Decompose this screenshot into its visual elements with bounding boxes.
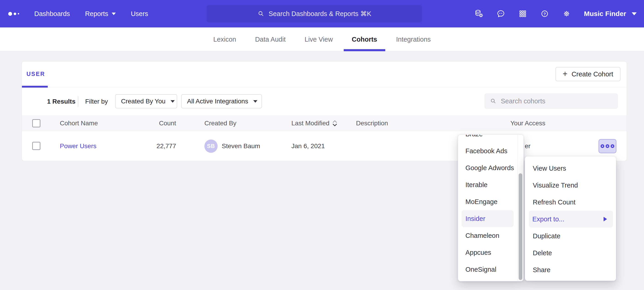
nav-dashboards-label: Dashboards	[34, 10, 70, 18]
menu-item-refresh-count[interactable]: Refresh Count	[525, 194, 616, 211]
submenu-item-iterable[interactable]: Iterable	[458, 176, 524, 193]
chevron-down-icon	[112, 13, 116, 15]
tab-live-view[interactable]: Live View	[305, 28, 333, 51]
row-actions-button[interactable]	[598, 139, 616, 153]
submenu-scrollbar-thumb[interactable]	[519, 173, 522, 280]
dot-icon	[606, 144, 609, 148]
created-by-name: Steven Baum	[222, 131, 260, 161]
plus-icon: +	[563, 70, 568, 78]
column-header-created-by[interactable]: Created By	[204, 115, 236, 131]
menu-item-delete[interactable]: Delete	[525, 244, 616, 261]
feedback-icon[interactable]	[496, 9, 506, 18]
svg-text:?: ?	[544, 12, 546, 16]
row-checkbox[interactable]	[32, 142, 40, 150]
tab-lexicon[interactable]: Lexicon	[213, 28, 236, 51]
logo-dot-medium	[14, 13, 16, 15]
filter-by-label: Filter by	[85, 88, 108, 115]
dot-icon	[600, 144, 604, 148]
primary-nav-links: Dashboards Reports Users	[34, 0, 148, 28]
export-to-submenu: BrazeFacebook AdsGoogle AdwordsIterableM…	[458, 134, 524, 281]
menu-item-duplicate[interactable]: Duplicate	[525, 228, 616, 244]
column-header-description[interactable]: Description	[356, 115, 388, 131]
apps-grid-icon[interactable]	[518, 9, 527, 18]
project-switcher[interactable]: Music Finder	[584, 10, 637, 18]
search-icon	[490, 98, 497, 104]
submenu-item-braze[interactable]: Braze	[458, 134, 524, 142]
sort-icon	[332, 120, 338, 127]
cohort-search-placeholder: Search cohorts	[501, 97, 545, 105]
column-header-your-access[interactable]: Your Access	[510, 115, 545, 131]
chevron-down-icon	[632, 12, 637, 15]
mixpanel-logo-dots[interactable]	[8, 0, 19, 28]
integrations-filter-dropdown[interactable]: All Active Integrations	[181, 94, 262, 108]
global-search-input[interactable]: Search Dashboards & Reports ⌘K	[207, 5, 422, 22]
select-all-checkbox[interactable]	[32, 119, 40, 127]
nav-dashboards[interactable]: Dashboards	[34, 10, 70, 18]
settings-gear-icon[interactable]	[562, 9, 571, 18]
chevron-down-icon	[253, 100, 257, 103]
menu-item-view-users[interactable]: View Users	[525, 160, 616, 177]
submenu-item-facebook-ads[interactable]: Facebook Ads	[458, 142, 524, 160]
submenu-item-google-adwords[interactable]: Google Adwords	[458, 160, 524, 176]
cohort-search-input[interactable]: Search cohorts	[484, 93, 618, 109]
global-search-placeholder: Search Dashboards & Reports ⌘K	[268, 10, 371, 18]
dot-icon	[611, 144, 614, 148]
submenu-arrow-icon	[604, 217, 607, 221]
menu-item-share[interactable]: Share	[525, 261, 616, 278]
submenu-scrollbar-track[interactable]	[517, 135, 524, 281]
create-cohort-button[interactable]: + Create Cohort	[556, 67, 620, 81]
results-count: 1 Results	[47, 88, 76, 115]
nav-users-label: Users	[131, 10, 148, 18]
cohorts-page: Dashboards Reports Users Search Dashboar…	[0, 0, 644, 290]
tab-data-audit[interactable]: Data Audit	[255, 28, 286, 51]
panel-tab-strip: USER + Create Cohort	[22, 62, 627, 88]
nav-reports-label: Reports	[85, 10, 108, 18]
submenu-item-chameleon[interactable]: Chameleon	[458, 227, 524, 244]
secondary-nav: LexiconData AuditLive ViewCohortsIntegra…	[0, 28, 644, 51]
submenu-item-onesignal[interactable]: OneSignal	[458, 261, 524, 278]
nav-users[interactable]: Users	[131, 10, 148, 18]
integrations-filter-label: All Active Integrations	[187, 98, 248, 105]
tab-integrations[interactable]: Integrations	[396, 28, 431, 51]
export-to-submenu-items: BrazeFacebook AdsGoogle AdwordsIterableM…	[458, 134, 524, 281]
menu-item-visualize-trend[interactable]: Visualize Trend	[525, 177, 616, 194]
table-header-row: Cohort Name Count Created By Last Modifi…	[22, 115, 627, 131]
logo-dot-small	[18, 13, 19, 15]
column-header-cohort-name[interactable]: Cohort Name	[60, 115, 98, 131]
nav-reports[interactable]: Reports	[85, 10, 116, 18]
logo-dot-large	[8, 12, 12, 16]
menu-item-export-to[interactable]: Export to...	[529, 211, 613, 228]
cohort-name-link[interactable]: Power Users	[60, 142, 96, 150]
top-nav: Dashboards Reports Users Search Dashboar…	[0, 0, 644, 28]
created-by-filter-label: Created By You	[121, 98, 166, 105]
row-actions-menu: View UsersVisualize TrendRefresh CountEx…	[525, 156, 616, 281]
secondary-nav-tabs: LexiconData AuditLive ViewCohortsIntegra…	[0, 28, 644, 51]
cohorts-panel: USER + Create Cohort 1 Results Filter by…	[22, 61, 627, 161]
filter-toolbar: 1 Results Filter by Created By You All A…	[22, 88, 627, 115]
tab-user-active-underline	[22, 86, 48, 88]
search-icon	[257, 10, 265, 17]
last-modified-date: Jan 6, 2021	[292, 131, 325, 161]
submenu-item-appcues[interactable]: Appcues	[458, 244, 524, 261]
column-header-last-modified[interactable]: Last Modified	[292, 115, 338, 131]
cohort-count: 22,777	[141, 131, 176, 161]
submenu-item-insider[interactable]: Insider	[462, 210, 514, 227]
help-icon[interactable]: ?	[540, 9, 549, 18]
create-cohort-label: Create Cohort	[572, 70, 613, 78]
project-name: Music Finder	[584, 10, 626, 18]
tab-user[interactable]: USER	[26, 71, 45, 77]
data-settings-icon[interactable]	[474, 9, 484, 18]
tab-cohorts[interactable]: Cohorts	[352, 28, 377, 51]
avatar: SB	[204, 139, 218, 153]
divider	[78, 96, 78, 107]
column-header-count[interactable]: Count	[141, 115, 176, 131]
created-by-filter-dropdown[interactable]: Created By You	[115, 94, 177, 108]
submenu-item-moengage[interactable]: MoEngage	[458, 193, 524, 210]
chevron-down-icon	[170, 100, 175, 103]
nav-right-cluster: ? Music Finder	[474, 0, 644, 28]
